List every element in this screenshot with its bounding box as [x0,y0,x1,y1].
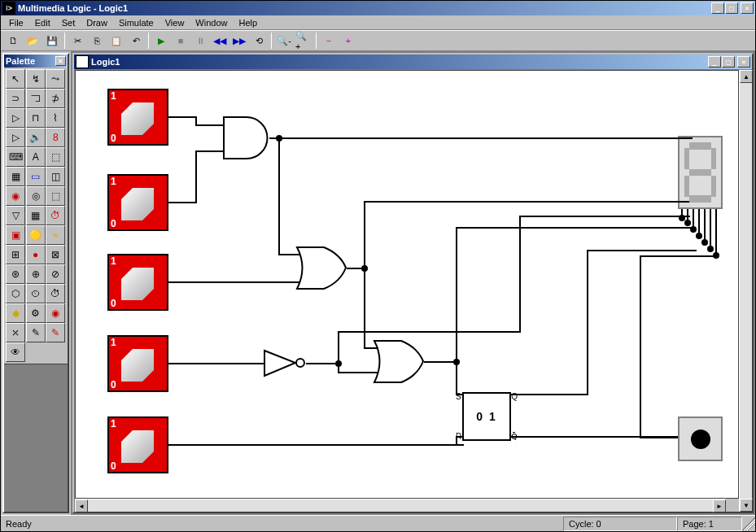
tool-hex[interactable]: ⬡ [6,284,25,303]
not-gate[interactable] [263,349,308,377]
tool-sound[interactable]: 🔊 [26,128,46,147]
scroll-track[interactable] [88,499,713,512]
tool-gear[interactable]: ⚙ [26,303,46,323]
copy-button[interactable]: ⎘ [88,32,106,50]
tool-display[interactable]: ⬚ [46,147,65,167]
open-button[interactable]: 📂 [24,32,42,50]
or-gate-2[interactable] [373,339,426,384]
switch-3[interactable]: 1 0 [107,254,168,311]
tool-minus[interactable]: ⊘ [46,264,65,284]
tool-sevenseg[interactable]: 8 [46,128,65,147]
tool-wire[interactable]: ↯ [26,69,46,89]
tool-mux[interactable]: ▽ [6,206,25,225]
scroll-left-button[interactable]: ◄ [75,499,88,512]
child-maximize-button[interactable]: □ [722,56,735,68]
tool-chip[interactable]: ▣ [6,225,25,245]
tool-wave[interactable]: ≈ [46,225,65,245]
tool-not[interactable]: ▷ [6,108,25,128]
tool-pencil2[interactable]: ✎ [46,323,65,342]
tool-buffer[interactable]: ▷ [6,128,25,147]
plus-button[interactable]: + [339,32,357,50]
menu-edit[interactable]: Edit [30,17,55,28]
step-button[interactable]: ▶▶ [230,32,248,50]
tool-memory[interactable]: ⬚ [46,186,65,206]
seven-segment-display[interactable] [678,136,723,209]
child-titlebar[interactable]: ▦ Logic1 _ □ ✕ [74,55,752,69]
palette-titlebar[interactable]: Palette ✕ [4,55,68,68]
menu-draw[interactable]: Draw [81,17,112,28]
tool-rect[interactable]: ▭ [26,167,46,186]
tool-cross[interactable]: ⤫ [6,323,25,342]
tool-led-off[interactable]: ◎ [26,186,46,206]
menu-help[interactable]: Help [234,17,262,28]
tool-eye[interactable]: 👁 [6,342,25,362]
tool-led-on[interactable]: ◉ [6,186,25,206]
tool-window[interactable]: ◫ [46,167,65,186]
scroll-up-button[interactable]: ▲ [740,70,753,83]
circuit-canvas[interactable]: 1 0 1 0 1 0 1 0 [75,70,739,499]
switch-2[interactable]: 1 0 [107,174,168,231]
tool-pencil1[interactable]: ✎ [26,323,46,342]
minimize-button[interactable]: _ [711,2,724,14]
paste-button[interactable]: 📋 [107,32,125,50]
pause-button[interactable]: ⏸ [191,32,209,50]
tool-plus[interactable]: ⊕ [26,264,46,284]
tool-box[interactable]: ⊠ [46,245,65,264]
tool-or[interactable]: ⫎ [26,89,46,108]
tool-dot[interactable]: ● [26,245,46,264]
maximize-button[interactable]: □ [725,2,738,14]
tool-and[interactable]: ⊃ [6,89,25,108]
tool-xor[interactable]: ⊛ [6,264,25,284]
tool-oscillator[interactable]: ⌇ [46,108,65,128]
step-back-button[interactable]: ◀◀ [211,32,229,50]
tool-timer[interactable]: ⏱ [46,206,65,225]
menu-window[interactable]: Window [190,17,232,28]
switch-5[interactable]: 1 0 [107,416,168,473]
cut-button[interactable]: ✂ [68,32,86,50]
new-button[interactable]: 🗋 [4,32,22,50]
menu-view[interactable]: View [160,17,190,28]
tool-nand[interactable]: ⊅ [46,89,65,108]
tool-bulb[interactable]: 🟡 [26,225,46,245]
minus-button[interactable]: − [320,32,338,50]
horizontal-scrollbar[interactable]: ◄ ► [75,499,726,512]
resize-grip[interactable] [742,517,755,530]
undo-button[interactable]: ↶ [127,32,145,50]
scroll-track[interactable] [740,83,752,499]
tool-clock[interactable]: ⏲ [26,284,46,303]
tool-pointer[interactable]: ↖ [6,69,25,89]
tool-curve[interactable]: ⤳ [46,69,65,89]
vertical-scrollbar[interactable]: ▲ ▼ [739,70,752,512]
close-button[interactable]: ✕ [741,2,754,14]
tool-stopwatch[interactable]: ⏱ [46,284,65,303]
tool-grid[interactable]: ▦ [6,167,25,186]
scroll-down-button[interactable]: ▼ [740,499,753,512]
tool-diamond[interactable]: ◆ [6,303,25,323]
save-button[interactable]: 💾 [43,32,61,50]
zoom-in-button[interactable]: 🔍+ [295,32,312,50]
tool-adder[interactable]: ⊞ [6,245,25,264]
tool-flipflop[interactable]: ⊓ [26,108,46,128]
switch-1[interactable]: 1 0 [107,89,168,146]
zoom-out-button[interactable]: 🔍- [275,32,293,50]
switch-4[interactable]: 1 0 [107,335,168,392]
menu-set[interactable]: Set [57,17,81,28]
menu-simulate[interactable]: Simulate [114,17,159,28]
tool-rom[interactable]: ▦ [26,206,46,225]
led-output[interactable] [678,416,723,461]
reset-button[interactable]: ⟲ [250,32,268,50]
tool-text[interactable]: A [26,147,46,167]
or-gate-1[interactable] [295,246,348,290]
flipflop[interactable]: 0 1 S R Q Q̄ [462,392,511,441]
tool-target[interactable]: ◉ [46,303,65,323]
child-close-button[interactable]: ✕ [737,56,750,68]
child-minimize-button[interactable]: _ [708,56,721,68]
menu-file[interactable]: File [4,17,28,28]
run-button[interactable]: ▶ [152,32,170,50]
stop-button[interactable]: ■ [172,32,190,50]
tool-keyboard[interactable]: ⌨ [6,147,25,167]
and-gate[interactable] [222,116,271,160]
paste-icon: 📋 [111,36,122,46]
scroll-right-button[interactable]: ► [713,499,726,512]
palette-close-button[interactable]: ✕ [55,56,66,66]
